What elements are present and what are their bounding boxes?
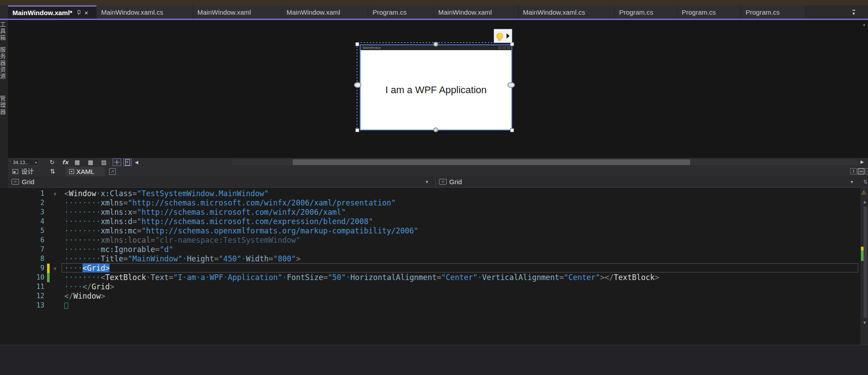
pane-grip-icon[interactable]: ⇅ [863, 176, 868, 188]
close-icon[interactable]: × [84, 9, 88, 16]
fold-chevron-icon[interactable]: ∨ [51, 264, 59, 273]
editor-tab[interactable]: MainWindow.xaml [282, 5, 368, 19]
code-line[interactable]: ····<Grid> [64, 264, 110, 273]
code-line[interactable]: <Window·x:Class="TestSystemWindow.MainWi… [64, 189, 269, 198]
code-line[interactable] [64, 301, 68, 310]
collapse-left-icon[interactable]: ◀ [135, 158, 138, 166]
editor-tab[interactable]: MainWindow.xaml [193, 5, 282, 19]
document-icon [125, 159, 130, 166]
scroll-right-icon[interactable]: ▶ [860, 159, 864, 164]
horizontal-split-button[interactable] [858, 168, 864, 174]
code-token: "clr-namespace:TestSystemWindow" [155, 236, 301, 245]
current-line-highlight [62, 263, 858, 272]
preview-textblock[interactable]: I am a WPF Application [385, 84, 487, 96]
code-token: = [123, 254, 128, 263]
xaml-code-editor[interactable]: 1∨<Window·x:Class="TestSystemWindow.Main… [0, 188, 868, 345]
quick-actions-lightbulb[interactable] [494, 29, 512, 43]
effects-toggle-icon[interactable]: fx [62, 158, 68, 166]
warning-icon[interactable]: ⚠ [861, 189, 866, 196]
code-token: = [150, 236, 155, 245]
scroll-up-icon[interactable]: ▲ [863, 200, 867, 204]
editor-tab[interactable]: MainWindow.xaml.cs [518, 5, 615, 19]
editor-tab[interactable]: Program.cs [615, 5, 677, 19]
anchor-left-icon[interactable] [354, 82, 361, 88]
code-token: "450" [219, 254, 241, 263]
code-token: = [133, 208, 137, 217]
breadcrumb-left-element[interactable]: Grid [22, 176, 34, 188]
refresh-icon[interactable]: ↻ [50, 158, 55, 166]
snaplines-toggle-button[interactable] [113, 158, 121, 166]
editor-tab[interactable]: MainWindow.xaml*× [8, 5, 97, 19]
tab-overflow-icon[interactable]: ▾ [852, 10, 855, 16]
code-line[interactable]: </Window> [64, 292, 105, 301]
line-number: 13 [8, 301, 44, 310]
show-grid-icon[interactable]: ▦ [75, 158, 80, 166]
code-line[interactable]: ········<TextBlock·Text="I·am·a·WPF·Appl… [64, 273, 659, 282]
zoom-combobox[interactable]: 34.13... ▾ [11, 159, 39, 166]
code-token: = [169, 273, 173, 282]
split-options-button[interactable] [865, 168, 868, 174]
breadcrumb-left-dropdown-icon[interactable]: ▾ [426, 176, 428, 188]
vertical-split-button[interactable] [850, 168, 857, 174]
editor-tab[interactable]: Program.cs [677, 5, 741, 19]
code-token: xmlns [101, 198, 123, 207]
anchor-bottom-icon[interactable] [433, 127, 438, 132]
editor-tab[interactable]: Program.cs [741, 5, 805, 19]
editor-tab[interactable]: MainWindow.xaml.cs [97, 5, 193, 19]
code-line[interactable]: ········xmlns:mc="http://schemas.openxml… [64, 226, 418, 236]
tab-label: MainWindow.xaml* [12, 9, 72, 16]
checkerboard-icon[interactable]: ▨ [101, 158, 106, 166]
code-token: am [187, 273, 196, 282]
resize-handle-bottom-left[interactable] [355, 128, 359, 132]
code-line[interactable]: ········Title="MainWindow"·Height="450"·… [64, 254, 300, 264]
resize-handle-top-left[interactable] [355, 42, 359, 46]
designer-scroll-up-icon[interactable]: ▲ [862, 22, 866, 27]
dock-tab-toolbox[interactable]: 工具箱 [0, 21, 7, 41]
tabbar-spacer [0, 5, 8, 19]
code-token: ></ [600, 273, 614, 282]
dock-tab-server-explorer-2[interactable]: 管理器 [0, 95, 7, 115]
editor-bottom-band [0, 345, 868, 375]
code-token: Grid [91, 282, 110, 291]
breadcrumb-right-element[interactable]: Grid [449, 176, 462, 188]
code-token: = [133, 189, 137, 198]
anchor-top-icon[interactable] [433, 42, 438, 47]
document-outline-toggle-button[interactable] [123, 158, 132, 166]
popout-pane-button[interactable]: ↗ [109, 168, 116, 175]
editor-tab[interactable]: Program.cs [368, 5, 434, 19]
code-line[interactable]: ········xmlns="http://schemas.microsoft.… [64, 198, 396, 208]
line-number: 6 [8, 236, 44, 245]
scrollbar-track[interactable] [864, 207, 867, 318]
editor-tab[interactable]: MainWindow.xaml [434, 5, 518, 19]
code-token: · [146, 273, 150, 282]
code-line[interactable]: ········xmlns:d="http://schemas.microsof… [64, 217, 373, 226]
snap-grid-icon[interactable]: ▩ [88, 158, 93, 166]
breadcrumb-right-dropdown-icon[interactable]: ▾ [851, 176, 853, 188]
scrollbar-thumb[interactable] [293, 159, 690, 165]
line-number: 1 [8, 189, 44, 198]
xaml-design-surface[interactable]: MainWindow I am a WPF Application ▲ [8, 20, 868, 158]
designer-horizontal-scrollbar[interactable] [232, 159, 859, 165]
code-line[interactable]: ········xmlns:x="http://schemas.microsof… [64, 208, 346, 217]
resize-handle-bottom-right[interactable] [510, 128, 514, 132]
fold-chevron-icon[interactable]: ∨ [51, 189, 59, 198]
xaml-tab[interactable]: XAML [66, 167, 105, 176]
design-tab[interactable]: 设计 [21, 167, 34, 176]
code-token: Window [73, 292, 100, 300]
code-token: "Center" [441, 273, 478, 282]
pin-icon[interactable] [77, 10, 81, 15]
code-line[interactable]: ········mc:Ignorable="d" [64, 245, 173, 254]
scroll-down-icon[interactable]: ▼ [863, 320, 867, 325]
code-token: x:Class [101, 189, 133, 198]
code-token: FontSize [287, 273, 323, 282]
code-token: VerticalAlignment [482, 273, 559, 282]
swap-panes-icon[interactable]: ⇅ [50, 167, 55, 176]
code-token: · [96, 189, 101, 198]
anchor-right-icon[interactable] [507, 82, 515, 88]
code-token: ········ [64, 226, 101, 235]
code-line[interactable]: ····</Grid> [64, 282, 114, 292]
wpf-window-preview[interactable]: MainWindow I am a WPF Application [360, 44, 512, 130]
dock-tab-server-explorer[interactable]: 服务器资源 [0, 47, 7, 80]
editor-vertical-scrollbar[interactable]: ⚠ ▲ ▼ [860, 188, 868, 345]
code-line[interactable]: ········xmlns:local="clr-namespace:TestS… [64, 236, 300, 245]
